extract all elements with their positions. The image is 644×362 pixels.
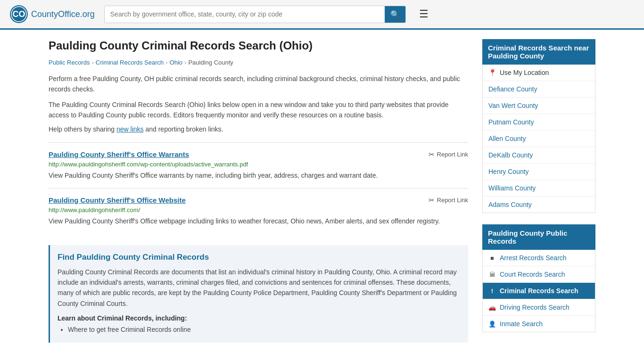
sidebar-item-arrest-records[interactable]: ■ Arrest Records Search bbox=[483, 250, 595, 266]
sidebar-public-records-heading: Paulding County Public Records bbox=[482, 224, 595, 250]
criminal-icon: ! bbox=[488, 288, 496, 295]
sidebar-item-criminal-records[interactable]: ! Criminal Records Search bbox=[483, 283, 595, 299]
sidebar-item-putnam[interactable]: Putnam County bbox=[483, 114, 595, 131]
page-description-1: Perform a free Paulding County, OH publi… bbox=[49, 74, 468, 95]
henry-county-link[interactable]: Henry County bbox=[483, 164, 595, 180]
find-title: Find Paulding County Criminal Records bbox=[58, 253, 461, 262]
record-desc-2: View Paulding County Sheriff's Office we… bbox=[49, 216, 468, 226]
van-wert-county-label: Van Wert County bbox=[488, 102, 538, 109]
record-desc-1: View Paulding County Sheriff's Office wa… bbox=[49, 171, 468, 181]
sidebar-item-driving-records[interactable]: 🚗 Driving Records Search bbox=[483, 299, 595, 316]
site-header: CO CountyOffice.org 🔍 ☰ bbox=[0, 0, 644, 30]
driving-icon: 🚗 bbox=[488, 304, 496, 311]
defiance-county-link[interactable]: Defiance County bbox=[483, 81, 595, 97]
sidebar-public-records-section: Paulding County Public Records ■ Arrest … bbox=[482, 224, 595, 332]
report-link-label-2: Report Link bbox=[437, 197, 468, 204]
page-description-2: The Paulding County Criminal Records Sea… bbox=[49, 99, 468, 121]
court-records-link[interactable]: 🏛 Court Records Search bbox=[483, 266, 595, 282]
breadcrumb-sep-2: › bbox=[165, 59, 167, 66]
sidebar-item-dekalb[interactable]: DeKalb County bbox=[483, 147, 595, 164]
breadcrumb-sep-1: › bbox=[91, 59, 93, 66]
use-my-location-link[interactable]: 📍 Use My Location bbox=[483, 65, 595, 81]
report-link-label-1: Report Link bbox=[437, 151, 468, 158]
dekalb-county-link[interactable]: DeKalb County bbox=[483, 147, 595, 163]
driving-records-link[interactable]: 🚗 Driving Records Search bbox=[483, 299, 595, 315]
sidebar-public-records-list: ■ Arrest Records Search 🏛 Court Records … bbox=[482, 250, 595, 332]
inmate-search-label: Inmate Search bbox=[500, 320, 543, 328]
putnam-county-label: Putnam County bbox=[488, 118, 534, 126]
record-card-2-header: Paulding County Sheriff's Office Website… bbox=[49, 196, 468, 205]
svg-text:CO: CO bbox=[13, 9, 25, 19]
menu-button[interactable]: ☰ bbox=[415, 6, 432, 22]
search-input[interactable] bbox=[105, 7, 385, 22]
record-url-1[interactable]: http://www.pauldingohsheriff.com/wp-cont… bbox=[49, 161, 468, 168]
sidebar-nearby-list: 📍 Use My Location Defiance County Van We… bbox=[482, 65, 595, 213]
putnam-county-link[interactable]: Putnam County bbox=[483, 114, 595, 130]
allen-county-link[interactable]: Allen County bbox=[483, 131, 595, 147]
main-content: Paulding County Criminal Records Search … bbox=[49, 39, 468, 344]
court-icon: 🏛 bbox=[488, 271, 496, 278]
sidebar-item-inmate-search[interactable]: 👤 Inmate Search bbox=[483, 316, 595, 332]
report-link-btn-2[interactable]: ✂ Report Link bbox=[429, 196, 468, 205]
sidebar: Criminal Records Search near Paulding Co… bbox=[482, 39, 595, 344]
share-suffix: and reporting broken links. bbox=[145, 125, 223, 133]
sidebar-item-defiance[interactable]: Defiance County bbox=[483, 81, 595, 98]
share-text: Help others by sharing bbox=[49, 125, 115, 133]
new-links-link[interactable]: new links bbox=[116, 125, 144, 133]
sidebar-item-adams[interactable]: Adams County bbox=[483, 197, 595, 213]
learn-list-item-1: Where to get free Criminal Records onlin… bbox=[68, 326, 461, 333]
find-desc: Paulding County Criminal Records are doc… bbox=[58, 267, 461, 309]
arrest-records-label: Arrest Records Search bbox=[500, 254, 567, 262]
williams-county-link[interactable]: Williams County bbox=[483, 180, 595, 196]
criminal-records-label: Criminal Records Search bbox=[500, 287, 578, 295]
breadcrumb-ohio[interactable]: Ohio bbox=[170, 59, 182, 66]
adams-county-link[interactable]: Adams County bbox=[483, 197, 595, 213]
sidebar-item-williams[interactable]: Williams County bbox=[483, 180, 595, 197]
logo-link[interactable]: CO CountyOffice.org bbox=[9, 5, 95, 24]
search-bar: 🔍 bbox=[104, 6, 406, 23]
court-records-label: Court Records Search bbox=[500, 271, 565, 278]
sidebar-item-henry[interactable]: Henry County bbox=[483, 164, 595, 180]
arrest-icon: ■ bbox=[488, 255, 496, 262]
sidebar-item-allen[interactable]: Allen County bbox=[483, 131, 595, 147]
williams-county-label: Williams County bbox=[488, 184, 536, 192]
logo-icon: CO bbox=[9, 5, 28, 24]
breadcrumb-sep-3: › bbox=[184, 59, 186, 66]
sidebar-nearby-section: Criminal Records Search near Paulding Co… bbox=[482, 39, 595, 213]
sidebar-item-use-my-location[interactable]: 📍 Use My Location bbox=[483, 65, 595, 81]
arrest-records-link[interactable]: ■ Arrest Records Search bbox=[483, 250, 595, 266]
record-url-2[interactable]: http://www.pauldingohsheriff.com/ bbox=[49, 206, 468, 214]
breadcrumb-public-records[interactable]: Public Records bbox=[49, 59, 90, 66]
record-card-1-header: Paulding County Sheriff's Office Warrant… bbox=[49, 150, 468, 159]
record-card-1: Paulding County Sheriff's Office Warrant… bbox=[49, 142, 468, 188]
record-card-2: Paulding County Sheriff's Office Website… bbox=[49, 188, 468, 234]
criminal-records-link[interactable]: ! Criminal Records Search bbox=[483, 283, 595, 299]
henry-county-label: Henry County bbox=[488, 168, 529, 175]
scissors-icon: ✂ bbox=[429, 150, 435, 159]
driving-records-label: Driving Records Search bbox=[500, 304, 570, 311]
location-dot-icon: 📍 bbox=[488, 69, 496, 76]
logo-text: CountyOffice.org bbox=[31, 9, 95, 19]
learn-list: Where to get free Criminal Records onlin… bbox=[68, 326, 461, 333]
inmate-search-link[interactable]: 👤 Inmate Search bbox=[483, 316, 595, 332]
record-title-2[interactable]: Paulding County Sheriff's Office Website bbox=[49, 196, 186, 204]
van-wert-county-link[interactable]: Van Wert County bbox=[483, 98, 595, 114]
dekalb-county-label: DeKalb County bbox=[488, 151, 533, 159]
breadcrumb: Public Records › Criminal Records Search… bbox=[49, 59, 468, 66]
inmate-icon: 👤 bbox=[488, 321, 496, 328]
learn-title: Learn about Criminal Records, including: bbox=[58, 314, 461, 322]
use-my-location-label: Use My Location bbox=[500, 69, 549, 76]
sidebar-item-court-records[interactable]: 🏛 Court Records Search bbox=[483, 266, 595, 283]
find-section: Find Paulding County Criminal Records Pa… bbox=[49, 245, 468, 343]
scissors-icon-2: ✂ bbox=[429, 196, 435, 205]
report-link-btn-1[interactable]: ✂ Report Link bbox=[429, 150, 468, 159]
record-title-1[interactable]: Paulding County Sheriff's Office Warrant… bbox=[49, 150, 189, 158]
share-line: Help others by sharing new links and rep… bbox=[49, 125, 468, 133]
breadcrumb-criminal-records[interactable]: Criminal Records Search bbox=[96, 59, 164, 66]
main-layout: Paulding County Criminal Records Search … bbox=[39, 30, 605, 353]
allen-county-label: Allen County bbox=[488, 135, 526, 142]
defiance-county-label: Defiance County bbox=[488, 85, 537, 93]
search-button[interactable]: 🔍 bbox=[385, 6, 405, 23]
adams-county-label: Adams County bbox=[488, 201, 532, 208]
sidebar-item-van-wert[interactable]: Van Wert County bbox=[483, 98, 595, 114]
